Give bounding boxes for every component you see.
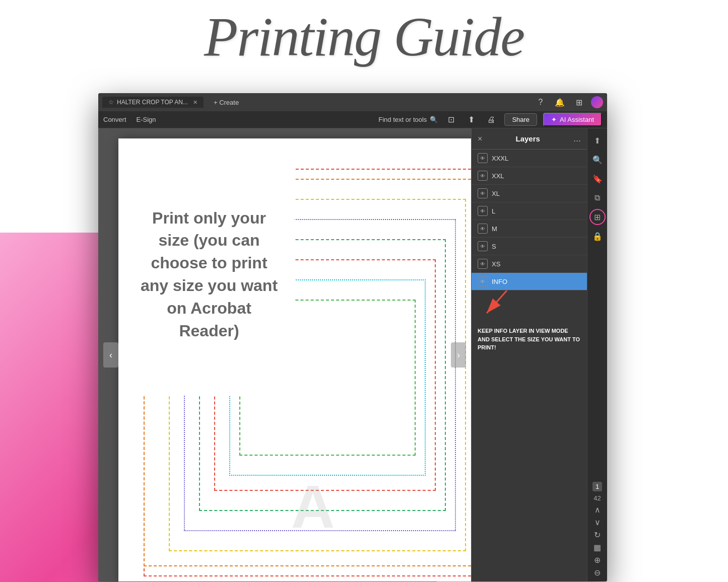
eye-icon-s: 👁 — [480, 244, 485, 249]
ai-assistant-button[interactable]: ✦ AI Assistant — [543, 113, 602, 126]
red-arrow-svg — [477, 285, 537, 321]
sidebar-search-icon[interactable]: 🔍 — [589, 152, 606, 168]
layer-item-xxxl[interactable]: 👁 XXXL — [472, 150, 587, 167]
layers-more-button[interactable]: ... — [573, 133, 581, 144]
eye-icon-info: 👁 — [480, 279, 485, 284]
page-number-box: 1 — [592, 482, 602, 491]
sidebar-copy-icon[interactable]: ⧉ — [589, 190, 606, 206]
layer-visibility-xs[interactable]: 👁 — [478, 259, 488, 269]
zoom-out-icon[interactable]: ⊖ — [594, 568, 601, 577]
info-instruction-text: KEEP INFO LAYER IN VIEW MODE AND SELECT … — [472, 321, 587, 358]
instruction-text: Print only your size (you can choose to … — [139, 207, 280, 342]
layer-visibility-s[interactable]: 👁 — [478, 241, 488, 251]
layer-visibility-info[interactable]: 👁 — [478, 276, 488, 286]
zoom-in-icon[interactable]: ⊕ — [594, 555, 601, 565]
layer-visibility-xxl[interactable]: 👁 — [478, 171, 488, 181]
sidebar-layers-icon[interactable]: ⊞ — [589, 209, 606, 225]
layers-panel-title: Layers — [515, 134, 540, 143]
layer-item-xxl[interactable]: 👁 XXL — [472, 167, 587, 185]
layer-name-xl: XL — [492, 190, 500, 197]
eye-icon-xxxl: 👁 — [480, 156, 485, 161]
star-icon: ☆ — [108, 99, 114, 106]
acrobat-window: ☆ HALTER CROP TOP AN... ✕ + Create ? 🔔 ⊞… — [98, 93, 607, 581]
layer-name-info: INFO — [492, 278, 507, 285]
eye-icon-xs: 👁 — [480, 261, 485, 267]
svg-line-1 — [487, 290, 507, 313]
help-icon[interactable]: ? — [534, 95, 548, 109]
layer-item-l[interactable]: 👁 L — [472, 202, 587, 220]
previous-page-arrow[interactable]: ‹ — [103, 342, 118, 368]
sidebar-share-icon[interactable]: ⬆ — [589, 132, 606, 149]
page-up-arrow[interactable]: ∧ — [594, 505, 601, 515]
layer-name-m: M — [492, 225, 497, 233]
instruction-text-box: Print only your size (you can choose to … — [123, 154, 295, 395]
layers-panel: × Layers ... 👁 XXXL 👁 XXL 👁 — [471, 128, 587, 581]
bell-icon[interactable]: 🔔 — [553, 95, 567, 109]
acrobat-logo-watermark: A — [291, 472, 335, 541]
thumbnail-icon[interactable]: ▦ — [593, 543, 601, 552]
pdf-viewer: Print only your size (you can choose to … — [98, 128, 471, 581]
layer-visibility-m[interactable]: 👁 — [478, 224, 488, 234]
sidebar-lock-icon[interactable]: 🔒 — [589, 228, 606, 244]
title-bar-right: ? 🔔 ⊞ — [534, 95, 603, 109]
next-page-arrow[interactable]: › — [451, 342, 466, 368]
page-total: 42 — [593, 494, 601, 502]
main-content: Print only your size (you can choose to … — [98, 128, 607, 581]
page-down-arrow[interactable]: ∨ — [594, 518, 601, 527]
grid-icon[interactable]: ⊞ — [572, 95, 586, 109]
layer-item-xs[interactable]: 👁 XS — [472, 255, 587, 273]
upload-icon[interactable]: ⬆ — [464, 113, 478, 127]
menu-bar: Convert E-Sign Find text or tools 🔍 ⊡ ⬆ … — [98, 111, 607, 128]
active-tab[interactable]: ☆ HALTER CROP TOP AN... ✕ — [102, 97, 204, 108]
layer-name-s: S — [492, 243, 496, 250]
eye-icon-m: 👁 — [480, 226, 485, 232]
sidebar-bookmark-icon[interactable]: 🔖 — [589, 171, 606, 187]
search-bar[interactable]: Find text or tools 🔍 — [378, 116, 438, 123]
layer-item-m[interactable]: 👁 M — [472, 220, 587, 238]
layer-item-s[interactable]: 👁 S — [472, 238, 587, 255]
eye-icon-l: 👁 — [480, 208, 485, 214]
eye-icon-xl: 👁 — [480, 191, 485, 196]
layer-name-xxxl: XXXL — [492, 155, 508, 162]
refresh-icon[interactable]: ↻ — [594, 530, 601, 540]
view-icon[interactable]: ⊡ — [444, 113, 458, 127]
layer-name-xxl: XXL — [492, 172, 504, 180]
page-title: Printing Guide — [204, 5, 524, 69]
layer-visibility-l[interactable]: 👁 — [478, 206, 488, 216]
tab-close-icon[interactable]: ✕ — [193, 99, 197, 106]
layer-visibility-xxxl[interactable]: 👁 — [478, 153, 488, 163]
layer-name-l: L — [492, 207, 495, 215]
search-label: Find text or tools — [378, 116, 427, 123]
menu-esign[interactable]: E-Sign — [137, 116, 156, 123]
ai-icon: ✦ — [551, 116, 557, 123]
menu-bar-right: Find text or tools 🔍 ⊡ ⬆ 🖨 Share ✦ AI As… — [378, 113, 602, 127]
layer-name-xs: XS — [492, 260, 500, 268]
print-icon[interactable]: 🖨 — [484, 113, 498, 127]
create-button[interactable]: + Create — [208, 97, 245, 108]
tab-title: HALTER CROP TOP AN... — [117, 99, 188, 106]
menu-convert[interactable]: Convert — [103, 116, 126, 123]
user-avatar[interactable] — [591, 96, 603, 108]
share-button[interactable]: Share — [504, 113, 537, 126]
right-sidebar-icons: ⬆ 🔍 🔖 ⧉ ⊞ 🔒 1 42 ∧ ∨ ↻ ▦ ⊕ ⊖ — [587, 128, 607, 581]
search-icon: 🔍 — [430, 116, 438, 123]
layer-item-xl[interactable]: 👁 XL — [472, 185, 587, 202]
eye-icon-xxl: 👁 — [480, 173, 485, 179]
layers-panel-header: × Layers ... — [472, 128, 587, 150]
pdf-page: Print only your size (you can choose to … — [118, 138, 471, 581]
red-arrow-annotation — [472, 290, 587, 321]
layer-visibility-xl[interactable]: 👁 — [478, 188, 488, 198]
title-bar: ☆ HALTER CROP TOP AN... ✕ + Create ? 🔔 ⊞ — [98, 93, 607, 111]
layers-close-button[interactable]: × — [478, 134, 482, 143]
